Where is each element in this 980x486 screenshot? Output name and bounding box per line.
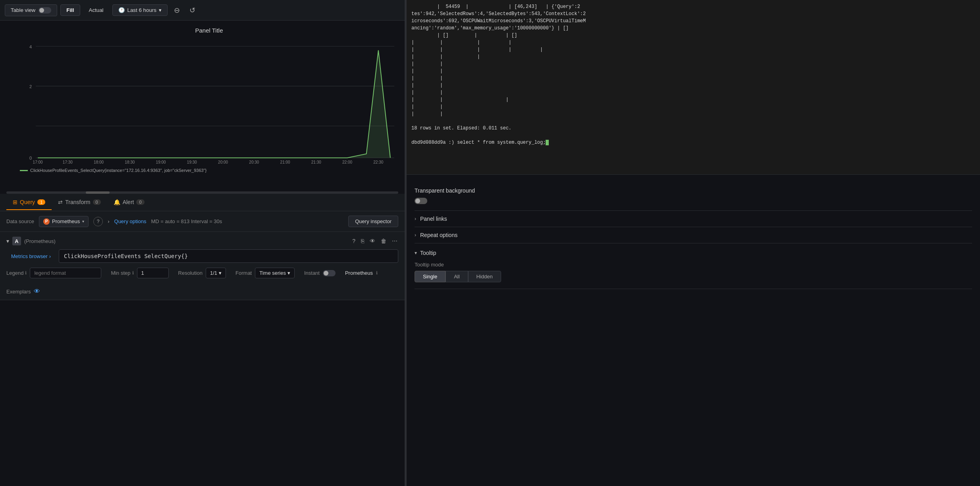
svg-text:20:30: 20:30 <box>249 160 259 164</box>
resolution-select[interactable]: 1/1 ▾ <box>206 268 226 278</box>
collapse-button[interactable]: ▾ <box>6 238 9 244</box>
legend-label: Legend ℹ <box>6 270 27 276</box>
min-step-label: Min step ℹ <box>111 270 133 276</box>
legend-color-line <box>20 170 28 171</box>
tab-transform-badge: 0 <box>93 199 101 205</box>
actual-button[interactable]: Actual <box>83 5 109 15</box>
resolution-chevron-icon: ▾ <box>219 270 222 276</box>
data-source-selector[interactable]: P Prometheus ▾ <box>39 216 89 227</box>
left-panel: Table view Fill Actual 🕐 Last 6 hours ▾ … <box>0 0 405 486</box>
query-inspector-button[interactable]: Query inspector <box>348 216 398 227</box>
format-select[interactable]: Time series ▾ <box>255 268 295 278</box>
chart-svg: 4 2 0 17:00 17:30 18:00 18:30 19:00 19:3… <box>20 39 398 166</box>
exemplars-label: Exemplars <box>6 289 31 295</box>
exemplars-eye-icon[interactable]: 👁 <box>34 288 40 295</box>
time-range-label: Last 6 hours <box>127 7 156 13</box>
tab-alert[interactable]: 🔔 Alert 0 <box>107 195 151 210</box>
svg-text:21:30: 21:30 <box>311 160 321 164</box>
top-bar: Table view Fill Actual 🕐 Last 6 hours ▾ … <box>0 0 405 21</box>
transparent-bg-section: Transparent background <box>415 181 972 211</box>
legend-info-icon: ℹ <box>25 270 27 276</box>
svg-text:0: 0 <box>29 156 32 160</box>
query-options-meta: MD = auto = 813 Interval = 30s <box>151 218 222 224</box>
terminal-cursor <box>546 140 549 145</box>
tab-alert-badge: 0 <box>136 199 144 205</box>
transparent-bg-toggle[interactable] <box>415 198 427 204</box>
resolution-label: Resolution <box>178 270 203 276</box>
repeat-options-section[interactable]: › Repeat options <box>415 227 972 243</box>
query-body: ▾ A (Prometheus) ? ⎘ 👁 🗑 ⋯ Metrics brows… <box>0 232 405 300</box>
query-options-button[interactable]: Query options <box>114 218 147 224</box>
instant-toggle[interactable] <box>323 270 336 276</box>
terminal-line-blank <box>411 132 975 139</box>
svg-text:21:00: 21:00 <box>280 160 290 164</box>
query-ds-name: (Prometheus) <box>24 238 56 244</box>
refresh-button[interactable]: ↺ <box>186 4 199 16</box>
format-group: Format Time series ▾ <box>235 268 295 278</box>
table-view-button[interactable]: Table view <box>5 4 57 16</box>
min-step-input[interactable] <box>137 268 169 278</box>
time-range-button[interactable]: 🕐 Last 6 hours ▾ <box>112 4 168 16</box>
prometheus-info-icon: ℹ <box>376 270 378 276</box>
tooltip-title: Tooltip <box>420 250 436 256</box>
terminal-line-13: | | <box>411 89 975 96</box>
terminal-line-7: | | | | | <box>411 46 975 53</box>
tooltip-mode-buttons: Single All Hidden <box>415 271 972 282</box>
svg-text:18:00: 18:00 <box>94 160 104 164</box>
query-tabs: ⊞ Query 1 ⇄ Transform 0 🔔 Alert 0 <box>0 194 405 211</box>
tooltip-mode-all-button[interactable]: All <box>446 271 468 282</box>
legend-text: ClickHouseProfileEvents_SelectQuery{inst… <box>30 168 206 173</box>
query-actions: ? ⎘ 👁 🗑 ⋯ <box>351 237 398 245</box>
right-panel: | 54459 | | [46,243] | {'Query':2 tes':9… <box>407 0 980 486</box>
terminal-line-10: | | <box>411 68 975 75</box>
zoom-out-button[interactable]: ⊖ <box>171 4 183 16</box>
query-eye-button[interactable]: 👁 <box>369 237 376 245</box>
tooltip-mode-hidden-button[interactable]: Hidden <box>468 271 501 282</box>
tab-query-label: Query <box>20 199 35 205</box>
svg-text:22:00: 22:00 <box>342 160 352 164</box>
chart-container: 4 2 0 17:00 17:30 18:00 18:30 19:00 19:3… <box>20 39 398 166</box>
clock-icon: 🕐 <box>118 7 125 13</box>
legend-input[interactable] <box>30 268 101 278</box>
terminal-prompt: dbd9d088dd9a :) select * from system.que… <box>411 139 975 146</box>
svg-marker-19 <box>38 50 390 158</box>
tab-transform[interactable]: ⇄ Transform 0 <box>52 195 107 210</box>
transparent-bg-label: Transparent background <box>415 187 972 194</box>
terminal-line-5: | [] | | [] <box>411 32 975 39</box>
query-help-button[interactable]: ? <box>351 237 356 245</box>
query-copy-button[interactable]: ⎘ <box>360 237 365 245</box>
help-button[interactable]: ? <box>93 217 103 226</box>
data-source-label: Data source <box>6 218 34 224</box>
tooltip-mode-single-button[interactable]: Single <box>415 271 446 282</box>
bell-icon: 🔔 <box>114 199 120 205</box>
repeat-options-chevron-icon: › <box>415 232 416 238</box>
metrics-browser-arrow: › <box>49 253 51 259</box>
query-toolbar: Data source P Prometheus ▾ ? › Query opt… <box>0 211 405 232</box>
prometheus-name: Prometheus <box>52 218 80 224</box>
ds-chevron-icon: ▾ <box>82 219 84 224</box>
exemplars-group: Exemplars 👁 <box>6 288 40 295</box>
table-view-toggle[interactable] <box>39 7 51 14</box>
metrics-browser-label: Metrics browser <box>11 253 48 259</box>
tab-query[interactable]: ⊞ Query 1 <box>6 195 52 210</box>
prometheus-group: Prometheus ℹ <box>345 270 378 276</box>
panel-options: Transparent background › Panel links › R… <box>407 175 980 486</box>
query-input-row: Metrics browser › <box>6 249 398 263</box>
tooltip-mode-label: Tooltip mode <box>415 262 972 268</box>
query-more-button[interactable]: ⋯ <box>391 237 398 245</box>
svg-text:2: 2 <box>29 84 32 89</box>
svg-text:18:30: 18:30 <box>125 160 135 164</box>
svg-text:19:30: 19:30 <box>187 160 197 164</box>
transform-icon: ⇄ <box>58 199 63 205</box>
tooltip-header[interactable]: ▾ Tooltip <box>415 250 972 256</box>
legend-group: Legend ℹ <box>6 268 101 278</box>
tooltip-section: ▾ Tooltip Tooltip mode Single All Hidden <box>415 243 972 289</box>
terminal-line-9: | | <box>411 60 975 68</box>
terminal-line-11: | | <box>411 75 975 82</box>
metrics-browser-button[interactable]: Metrics browser › <box>6 250 56 262</box>
query-input[interactable] <box>59 249 398 263</box>
fill-button[interactable]: Fill <box>60 4 80 16</box>
format-chevron-icon: ▾ <box>287 270 290 276</box>
panel-links-section[interactable]: › Panel links <box>415 211 972 227</box>
query-trash-button[interactable]: 🗑 <box>380 237 387 245</box>
